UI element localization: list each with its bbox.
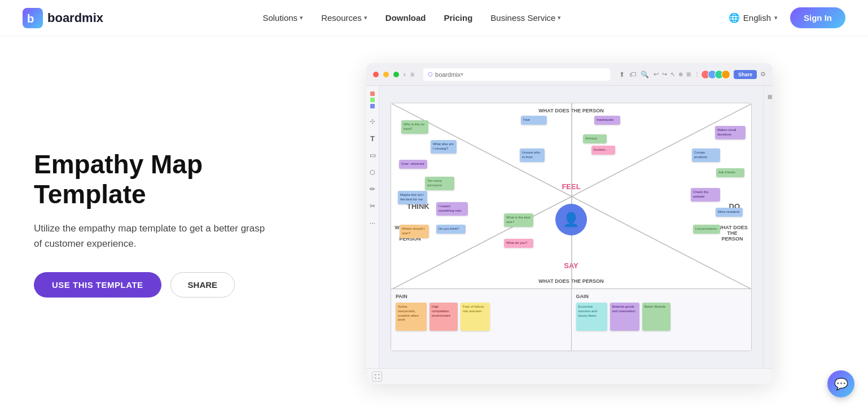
grid-icon[interactable]: ⊞: [686, 71, 691, 77]
globe-icon: 🌐: [729, 12, 740, 23]
settings-icon[interactable]: ⚙: [760, 71, 766, 78]
redo-icon[interactable]: ↪: [662, 71, 667, 78]
sticky-fear-failure: Fear of failure, risk aversion: [461, 303, 490, 331]
boardmix-favicon: ⬡: [428, 71, 433, 77]
nav-resources[interactable]: Resources ▾: [313, 8, 375, 27]
more-icon[interactable]: ⋮: [694, 71, 700, 77]
sticky-do-you-think: Do you think?: [436, 225, 466, 234]
center-person: 👤: [555, 204, 587, 235]
browser-maximize-btn[interactable]: [393, 72, 399, 77]
sticky-excited: Excited...: [591, 146, 615, 155]
back-icon[interactable]: ‹: [404, 71, 406, 78]
scissors-tool[interactable]: ✂: [366, 200, 379, 212]
undo-icon[interactable]: ↩: [654, 71, 659, 78]
navbar: b boardmix Solutions ▾ Resources ▾ Downl…: [0, 0, 868, 36]
sidebar-tools: ⊹ T ▭ ⬡ ✏ ✂ ···: [366, 86, 379, 368]
empathy-map-diagram: What does the person THINK FEEL DO SAY W…: [391, 103, 752, 351]
browser-minimize-btn[interactable]: [383, 72, 389, 77]
sticky-ask-friends: Ask friends: [716, 168, 744, 177]
sticky-more-research: More research: [716, 208, 743, 217]
sticky-makes-small: Makes small decisions: [715, 126, 746, 139]
color-tools: [370, 91, 375, 108]
text-tool[interactable]: T: [366, 132, 379, 145]
feel-label: FEEL: [562, 182, 580, 191]
nav-right: 🌐 English ▾ Sign In: [721, 7, 845, 28]
fullscreen-btn[interactable]: ⛶: [372, 371, 382, 382]
sticky-comps: Comps products: [692, 148, 720, 162]
canvas-area[interactable]: What does the person THINK FEEL DO SAY W…: [379, 86, 763, 368]
nav-download[interactable]: Download: [378, 8, 434, 27]
share-chip[interactable]: Share: [734, 70, 757, 79]
boardmix-logo-icon: b: [23, 8, 43, 28]
right-label: What does the person: [717, 225, 748, 242]
use-template-button[interactable]: USE THIS TEMPLATE: [34, 272, 161, 298]
layers-icon[interactable]: ⊞: [764, 90, 773, 103]
sticky-economic: Economic success and luxury items: [576, 303, 607, 331]
page-title: Empathy Map Template: [34, 150, 271, 209]
gain-label: GAIN: [576, 294, 747, 299]
more-tools[interactable]: ···: [366, 217, 379, 229]
avatar-4: [721, 70, 730, 79]
right-panel: ‹ ≡ ⬡ boardmix ▾ ⬆ 🏷 🔍 ↩ ↪ ↖ ⊕ ⊞ ⋮: [305, 63, 834, 384]
nav-business-service[interactable]: Business Service ▾: [483, 8, 569, 27]
sticky-tool[interactable]: ▭: [366, 149, 379, 161]
gain-stickies: Economic success and luxury items Materi…: [576, 303, 747, 331]
sticky-where-start: Where should I start?: [400, 225, 429, 238]
top-label: What does the person: [538, 108, 603, 113]
main-content: Empathy Map Template Utilize the empathy…: [0, 36, 868, 411]
address-dropdown: ▾: [461, 71, 463, 77]
sticky-best-size: What is the best size?: [504, 213, 533, 227]
sticky-overwhelmed: Over- whelmed: [399, 160, 427, 169]
sticky-fear: Fear: [521, 116, 547, 125]
right-toolbar: ⊞: [763, 86, 773, 368]
chat-icon: 💬: [834, 377, 848, 391]
signin-button[interactable]: Sign In: [790, 7, 845, 28]
bottom-center-label: What does the person: [538, 278, 603, 284]
cursor-icon[interactable]: ↖: [670, 71, 675, 77]
svg-text:b: b: [27, 12, 34, 25]
brand-name: boardmix: [47, 11, 103, 25]
sticky-too-many: Too many acronyms: [425, 177, 454, 190]
sticky-check-website: Check the website: [691, 188, 720, 202]
person-icon: 👤: [563, 212, 580, 228]
expand-icon: ⛶: [375, 374, 380, 379]
color-blue: [370, 104, 375, 108]
sticky-list-provisions: List provisions: [693, 225, 720, 234]
gain-section: GAIN Economic success and luxury items M…: [572, 289, 752, 351]
pen-tool[interactable]: ✏: [366, 183, 379, 195]
sticky-why-hard: Why is this so hard?: [401, 120, 428, 134]
search-icon[interactable]: 🔍: [641, 71, 649, 78]
browser-right-controls: ↩ ↪ ↖ ⊕ ⊞ ⋮ Share ⚙: [654, 70, 766, 79]
shape-tool[interactable]: ⬡: [366, 166, 379, 178]
action-buttons: USE THIS TEMPLATE SHARE: [34, 272, 271, 298]
language-selector[interactable]: 🌐 English ▾: [721, 8, 786, 28]
upload-icon[interactable]: ⬆: [619, 71, 625, 78]
sticky-what-do-you: What do you?: [504, 239, 533, 248]
color-green: [370, 98, 375, 102]
sticky-high-competition: High competition environment: [429, 303, 458, 331]
menu-icon[interactable]: ≡: [410, 71, 414, 78]
browser-mockup: ‹ ≡ ⬡ boardmix ▾ ⬆ 🏷 🔍 ↩ ↪ ↖ ⊕ ⊞ ⋮: [366, 63, 773, 384]
browser-close-btn[interactable]: [373, 72, 379, 77]
pain-gain-section: PAIN Active, resourceful, creative when …: [391, 288, 751, 351]
nav-pricing[interactable]: Pricing: [436, 8, 481, 27]
browser-address-bar[interactable]: ⬡ boardmix ▾: [423, 68, 610, 81]
sticky-inadequate: Inadequate: [594, 116, 620, 125]
chevron-down-icon: ▾: [558, 14, 561, 21]
sticky-better-lifestyle: Better lifestyle: [642, 303, 670, 331]
chat-bubble-button[interactable]: 💬: [827, 370, 854, 397]
logo[interactable]: b boardmix: [23, 8, 103, 28]
browser-content: ⊹ T ▭ ⬡ ✏ ✂ ··· What does the person: [366, 86, 773, 368]
select-tool[interactable]: ⊹: [366, 115, 379, 128]
browser-bar: ‹ ≡ ⬡ boardmix ▾ ⬆ 🏷 🔍 ↩ ↪ ↖ ⊕ ⊞ ⋮: [366, 63, 773, 86]
bookmark-icon[interactable]: 🏷: [629, 71, 636, 78]
color-red: [370, 91, 375, 96]
nav-solutions[interactable]: Solutions ▾: [255, 8, 311, 27]
sticky-expect-something: I expect something new: [436, 202, 468, 216]
share-button[interactable]: SHARE: [170, 272, 235, 298]
sticky-material: Material goods and ostentation: [610, 303, 639, 331]
page-description: Utilize the empathy map template to get …: [34, 221, 271, 251]
zoom-icon[interactable]: ⊕: [678, 71, 683, 77]
pain-label: PAIN: [396, 294, 567, 299]
pain-stickies: Active, resourceful, creative when work …: [396, 303, 567, 331]
